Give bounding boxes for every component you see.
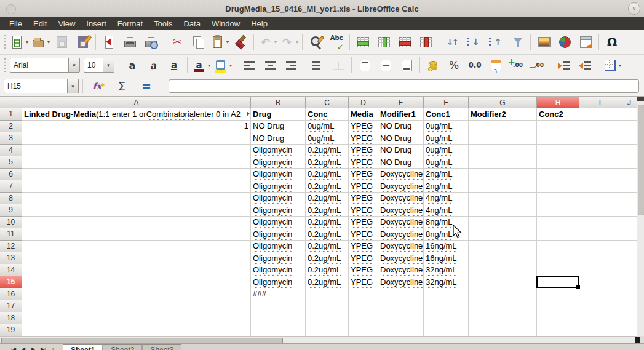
cell-B12[interactable]: Oligomycin: [251, 241, 306, 253]
cell-A15[interactable]: [22, 276, 251, 288]
menu-window[interactable]: Window: [206, 18, 245, 29]
cell-D4[interactable]: YPEG: [349, 145, 378, 157]
cell-G9[interactable]: [469, 204, 537, 217]
next-sheet-button[interactable]: ▶: [28, 344, 38, 350]
cell-J9[interactable]: [621, 204, 637, 217]
cell-G1[interactable]: Modifier2: [469, 108, 537, 121]
cell-A7[interactable]: [22, 180, 251, 193]
cell-J8[interactable]: [621, 193, 637, 205]
row-header-5[interactable]: 5: [0, 156, 22, 169]
delete-columns-button[interactable]: [415, 32, 436, 52]
row-header-11[interactable]: 11: [0, 228, 22, 241]
cell-E11[interactable]: Doxycycline: [378, 228, 424, 241]
vertical-scrollbar-thumb[interactable]: [638, 105, 644, 215]
cell-C17[interactable]: [306, 300, 349, 312]
add-sheet-button[interactable]: +: [48, 344, 58, 350]
column-header-J[interactable]: J: [621, 97, 637, 108]
formula-button[interactable]: =: [136, 76, 157, 96]
cell-D10[interactable]: YPEG: [349, 217, 378, 229]
increase-indent-button[interactable]: [554, 55, 574, 75]
cell-G12[interactable]: [469, 241, 537, 253]
cell-B16[interactable]: ###: [251, 288, 306, 301]
cell-B8[interactable]: Oligomycin: [251, 193, 306, 205]
cell-H7[interactable]: [537, 180, 579, 193]
cell-H5[interactable]: [537, 156, 579, 169]
cell-G14[interactable]: [469, 264, 537, 277]
cell-H9[interactable]: [537, 204, 579, 217]
font-color-dropdown-icon[interactable]: ▾: [208, 63, 210, 68]
cell-I9[interactable]: [579, 204, 621, 217]
underline-button[interactable]: a: [164, 55, 185, 75]
cell-E14[interactable]: Doxycycline: [378, 264, 424, 277]
cell-I11[interactable]: [579, 228, 621, 241]
column-header-A[interactable]: A: [22, 97, 251, 108]
cell-G7[interactable]: [469, 180, 537, 193]
cell-F3[interactable]: 0ug/mL: [424, 132, 469, 145]
cell-J12[interactable]: [621, 241, 637, 253]
cell-A10[interactable]: [22, 217, 251, 229]
cell-C12[interactable]: 0.2ug/mL: [306, 241, 349, 253]
cell-A17[interactable]: [22, 300, 251, 312]
cell-B17[interactable]: [251, 300, 306, 312]
cell-C13[interactable]: 0.2ug/mL: [306, 252, 349, 264]
menu-format[interactable]: Format: [112, 18, 148, 29]
cell-H2[interactable]: [537, 121, 579, 133]
spelling-button[interactable]: Abc: [326, 32, 347, 52]
cell-I14[interactable]: [579, 264, 621, 277]
font-name-combo-dropdown-icon[interactable]: ▼: [68, 58, 79, 72]
cell-A12[interactable]: [22, 241, 251, 253]
vertical-scrollbar[interactable]: [637, 97, 644, 336]
cell-C7[interactable]: 0.2ug/mL: [306, 180, 349, 193]
cell-G13[interactable]: [469, 252, 537, 264]
delete-decimal-button[interactable]: .00: [527, 55, 548, 75]
cell-D15[interactable]: YPEG: [349, 276, 378, 288]
insert-columns-button[interactable]: [373, 32, 394, 52]
name-box-dropdown-icon[interactable]: ▼: [67, 79, 78, 93]
cell-J5[interactable]: [621, 156, 637, 169]
cell-H16[interactable]: [537, 288, 579, 301]
paste-dropdown-icon[interactable]: ▾: [226, 39, 229, 45]
new-spreadsheet-dropdown-icon[interactable]: ▾: [26, 39, 28, 45]
cell-J19[interactable]: [621, 324, 637, 336]
cell-I17[interactable]: [579, 300, 621, 312]
cell-G15[interactable]: [469, 276, 537, 288]
cell-H19[interactable]: [537, 324, 579, 336]
cell-J6[interactable]: [621, 169, 637, 181]
cell-G18[interactable]: [469, 312, 537, 325]
cell-J1[interactable]: [621, 108, 637, 121]
font-size-combo-dropdown-icon[interactable]: ▼: [103, 58, 114, 72]
cell-C19[interactable]: [306, 324, 349, 336]
cell-D5[interactable]: YPEG: [349, 156, 378, 169]
insert-chart-button[interactable]: [554, 32, 575, 52]
cell-D13[interactable]: YPEG: [349, 252, 378, 264]
cell-H3[interactable]: [537, 132, 579, 145]
percent-button[interactable]: %: [443, 55, 464, 75]
horizontal-scrollbar[interactable]: [0, 336, 637, 343]
open-button[interactable]: ▾: [30, 32, 51, 52]
cell-J13[interactable]: [621, 252, 637, 264]
row-header-16[interactable]: 16: [0, 288, 22, 301]
cell-J4[interactable]: [621, 145, 637, 157]
cell-D11[interactable]: YPEG: [349, 228, 378, 241]
cell-G3[interactable]: [469, 132, 537, 145]
cell-C6[interactable]: 0.2ug/mL: [306, 169, 349, 181]
cell-H8[interactable]: [537, 193, 579, 205]
cell-G6[interactable]: [469, 169, 537, 181]
cell-H10[interactable]: [537, 217, 579, 229]
currency-button[interactable]: [423, 55, 443, 75]
cell-J14[interactable]: [621, 264, 637, 277]
cell-F2[interactable]: 0ug/mL: [424, 121, 469, 133]
cell-I19[interactable]: [579, 324, 621, 336]
row-header-13[interactable]: 13: [0, 252, 22, 264]
first-sheet-button[interactable]: |◀: [9, 344, 18, 350]
cell-A6[interactable]: [22, 169, 251, 181]
cell-I10[interactable]: [579, 217, 621, 229]
cell-G2[interactable]: [469, 121, 537, 133]
cell-J3[interactable]: [621, 132, 637, 145]
cell-D8[interactable]: YPEG: [349, 193, 378, 205]
menu-edit[interactable]: Edit: [28, 18, 52, 29]
previous-sheet-button[interactable]: ◀: [18, 344, 28, 350]
column-header-C[interactable]: C: [306, 97, 349, 108]
cell-G16[interactable]: [469, 288, 537, 301]
cell-F18[interactable]: [424, 312, 469, 325]
